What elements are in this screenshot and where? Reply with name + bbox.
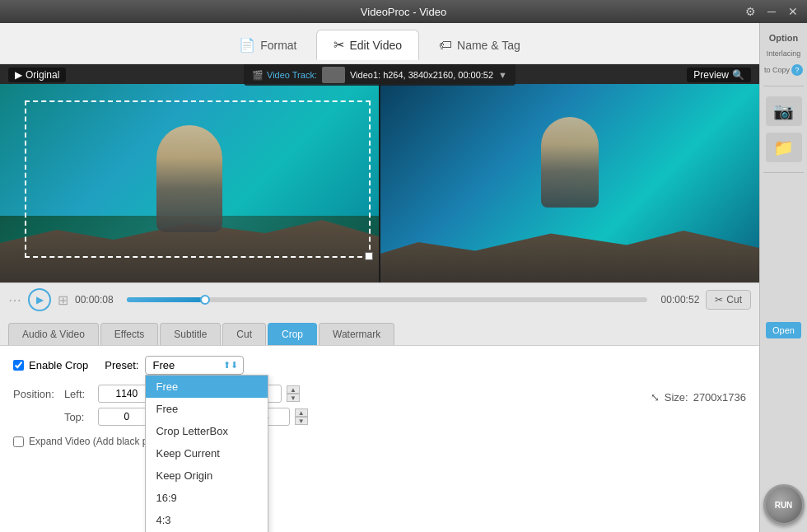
bottom-spin-up[interactable]: ▲ [295,408,308,417]
preset-option-free[interactable]: Free [146,398,268,420]
enable-crop-label[interactable]: Enable Crop [13,359,88,371]
preset-option-16-9[interactable]: 16:9 [146,487,268,509]
bottom-spin-down[interactable]: ▼ [295,417,308,425]
resize-icon: ⤡ [651,391,660,404]
tab-format-label: Format [260,39,296,52]
video-thumbnail [322,67,345,83]
interlacing-text: Interlacing [765,49,803,58]
time-end: 00:00:52 [654,294,699,306]
question-icon[interactable]: ? [791,64,803,76]
video-right-bg [380,84,759,282]
preset-row: Preset: Free ⬆⬇ Free Free [105,356,244,375]
progress-bar[interactable] [127,297,647,302]
top-label: Top: [64,411,93,423]
search-icon: 🔍 [732,69,744,81]
video-left-bg [0,84,379,282]
options-dots[interactable]: ⋯ [8,292,21,308]
camera-button[interactable]: 📷 [766,96,802,126]
tab-subtitle[interactable]: Subtitle [160,323,221,345]
right-spinner: ▲ ▼ [287,385,300,402]
video-track-bar: 🎬 Video Track: Video1: h264, 3840x2160, … [244,64,515,86]
tab-cut[interactable]: Cut [222,323,266,345]
scissors-icon: ✂ [715,294,723,306]
playback-bar: ⋯ ▶ ⊞ 00:00:08 00:00:52 ✂ Cut [0,282,759,316]
interlacing-row: Interlacing [765,49,803,58]
preset-dropdown[interactable]: Free ⬆⬇ [145,356,244,375]
track-icon: 🎬 [252,70,264,81]
tab-format[interactable]: 📄 Format [222,30,313,59]
tab-edit-label: Edit Video [349,39,402,52]
dropdown-arrow-icon: ⬆⬇ [223,360,238,371]
bottom-spinner: ▲ ▼ [295,408,308,425]
folder-icon: 📁 [773,138,794,157]
main-container: 📄 Format ✂ Edit Video 🏷 Name & Tag ▶ Ori… [0,23,807,532]
crop-enable-row: Enable Crop Preset: Free ⬆⬇ Free [13,356,746,375]
center-content: 📄 Format ✂ Edit Video 🏷 Name & Tag ▶ Ori… [0,23,759,532]
progress-fill [127,297,205,302]
preset-option-4-3[interactable]: 4:3 [146,509,268,531]
tab-audio-video[interactable]: Audio & Video [8,323,99,345]
grid-icon[interactable]: ⊞ [58,292,68,308]
expand-video-row: Expand Video (Add black padding to video… [13,436,746,447]
preview-label: Preview 🔍 [687,68,751,82]
track-dropdown-arrow[interactable]: ▼ [498,70,507,80]
tab-crop[interactable]: Crop [268,323,317,345]
edit-tabs-bar: Audio & Video Effects Subtitle Cut Crop … [0,316,759,346]
time-start: 00:00:08 [75,294,120,306]
size-label: Size: [665,391,688,404]
tab-watermark[interactable]: Watermark [319,323,394,345]
tab-edit-video[interactable]: ✂ Edit Video [316,30,419,60]
edit-icon: ✂ [334,37,344,53]
settings-button[interactable]: ⚙ [743,4,758,19]
sidebar-divider-2 [763,172,804,173]
size-value: 2700x1736 [693,391,746,404]
sidebar-divider-1 [763,86,804,86]
tab-name-label: Name & Tag [457,39,520,52]
video-left-pane [0,84,379,282]
camera-icon: 📷 [773,101,794,121]
play-button[interactable]: ▶ [28,288,51,311]
enable-crop-checkbox[interactable] [13,360,24,371]
cut-button[interactable]: ✂ Cut [706,290,751,310]
expand-video-checkbox[interactable] [13,436,24,447]
preset-dropdown-menu: Free Free Crop LetterBox Keep Current [145,375,268,532]
video-right-pane [380,84,759,282]
title-bar: VideoProc - Video ⚙ ─ ✕ [0,0,807,23]
minimize-button[interactable]: ─ [764,4,779,19]
open-button[interactable]: Open [766,322,801,338]
original-label: ▶ Original [8,68,66,82]
video-area: ▶ Original Preview 🔍 🎬 Video Track: Vide… [0,64,759,282]
tab-effects[interactable]: Effects [100,323,158,345]
tab-name-tag[interactable]: 🏷 Name & Tag [422,31,537,59]
right-spin-down[interactable]: ▼ [287,394,300,402]
tab-bar: 📄 Format ✂ Edit Video 🏷 Name & Tag [0,23,759,64]
track-label: 🎬 Video Track: [252,70,317,81]
preset-dropdown-container: Free ⬆⬇ Free Free Crop L [145,356,244,375]
format-icon: 📄 [239,37,255,53]
track-info: Video1: h264, 3840x2160, 00:00:52 [350,70,493,80]
window-controls: ⚙ ─ ✕ [743,4,800,19]
preset-option-letterbox[interactable]: Crop LetterBox [146,420,268,442]
person-figure [156,125,222,232]
right-spin-up[interactable]: ▲ [287,385,300,394]
copy-row: to Copy ? [764,64,803,76]
option-label: Option [769,33,798,43]
right-sidebar: Option Interlacing to Copy ? 📷 📁 Open RU… [759,23,807,532]
play-triangle-icon: ▶ [15,69,22,81]
left-label: Left: [64,388,93,400]
progress-handle[interactable] [200,295,210,305]
position-label: Position: [13,388,54,400]
preset-option-keep-origin[interactable]: Keep Origin [146,464,268,487]
videos-wrapper [0,84,759,282]
crop-panel: Enable Crop Preset: Free ⬆⬇ Free [0,346,759,532]
size-display: ⤡ Size: 2700x1736 [651,391,746,404]
preset-option-free-selected[interactable]: Free [146,376,268,398]
app-title: VideoProc - Video [361,6,446,18]
close-button[interactable]: ✕ [786,4,800,19]
run-button[interactable]: RUN [763,484,805,525]
preset-option-keep-current[interactable]: Keep Current [146,442,268,464]
tag-icon: 🏷 [439,38,452,53]
position-section: Position: Left: ▲ ▼ Top: ▲ [13,385,746,426]
preset-label: Preset: [105,359,138,371]
folder-button[interactable]: 📁 [766,133,802,162]
